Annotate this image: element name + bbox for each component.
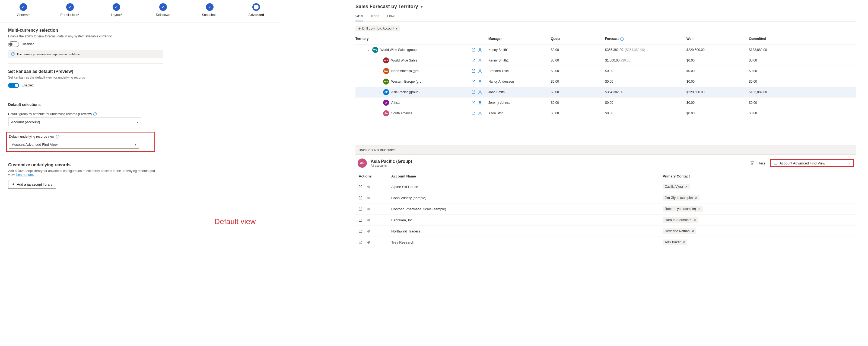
info-icon[interactable]: i <box>56 135 59 138</box>
popout-icon[interactable] <box>472 80 475 83</box>
view-select[interactable]: Account Advanced Find View ▾ <box>770 159 854 167</box>
contact-chip[interactable]: Heriberto Nathan✕ <box>662 229 696 234</box>
step-general[interactable]: ✓ General* <box>0 3 47 17</box>
grid-row[interactable]: WSWorld Wide SalesKenny Smith1$0.00$1,00… <box>355 55 856 66</box>
territory-name: South America <box>391 111 412 115</box>
popout-icon[interactable] <box>359 196 362 200</box>
col-contact[interactable]: Primary Contact <box>662 174 771 178</box>
info-icon[interactable]: i <box>620 37 624 41</box>
territory-name: World Wide Sales <box>391 59 417 62</box>
popout-icon[interactable] <box>472 59 475 62</box>
ur-row[interactable]: ⊕Fabrikam, Inc.Haroun Stormonth✕ <box>355 215 856 226</box>
col-committed[interactable]: Committed <box>749 37 789 41</box>
ur-row[interactable]: ⊕Trey ResearchAlex Baker✕ <box>355 237 856 248</box>
account-name: Contoso Pharmaceuticals (sample) <box>391 207 662 211</box>
user-icon[interactable] <box>478 69 482 73</box>
user-icon[interactable] <box>478 80 482 83</box>
contact-chip[interactable]: Jim Glynn (sample)✕ <box>662 195 700 201</box>
default-view-select[interactable]: Account Advanced Find View ▾ <box>9 140 139 149</box>
contact-chip[interactable]: Haroun Stormonth✕ <box>662 217 698 223</box>
contact-chip[interactable]: Cacilia Viera✕ <box>662 184 690 189</box>
close-icon[interactable]: ✕ <box>693 218 696 222</box>
close-icon[interactable]: ✕ <box>698 207 701 211</box>
popout-icon[interactable] <box>472 90 475 94</box>
page-title[interactable]: Sales Forecast by Territory ▾ <box>355 0 856 12</box>
add-icon[interactable]: ⊕ <box>367 196 370 200</box>
tab-flow[interactable]: Flow <box>387 14 394 22</box>
grid-row[interactable]: SASouth AmericaAlton Stott$0.00$0.00$0.0… <box>355 108 856 118</box>
grid-row[interactable]: ›APAsia Pacific (group)John Smith$0.00$3… <box>355 87 856 97</box>
col-quota[interactable]: Quota <box>551 37 605 41</box>
info-icon: i <box>11 52 15 56</box>
user-icon[interactable] <box>478 111 482 115</box>
stepper: ✓ General* ✓ Permissions* ✓ Layout* ✓ Dr… <box>0 0 279 23</box>
add-icon[interactable]: ⊕ <box>367 218 370 222</box>
col-manager[interactable]: Manager <box>488 37 551 41</box>
contact-chip[interactable]: Robert Lyon (sample)✕ <box>662 206 703 212</box>
step-snapshots[interactable]: ✓ Snapshots <box>186 3 233 17</box>
popout-icon[interactable] <box>472 111 475 115</box>
col-account[interactable]: Account Name ↑ <box>391 174 662 178</box>
user-icon[interactable] <box>478 48 482 52</box>
close-icon[interactable]: ✕ <box>695 196 697 200</box>
grid-row[interactable]: ›NANorth America (grouBrenden Thiel$0.00… <box>355 66 856 76</box>
kanban-toggle[interactable] <box>8 83 19 88</box>
drill-down-pill[interactable]: ◈ Drill down by: Account ▾ <box>355 26 400 31</box>
tab-grid[interactable]: Grid <box>355 14 363 22</box>
contact-name: Jim Glynn (sample) <box>665 196 693 200</box>
quota-cell: $0.00 <box>551 101 605 105</box>
ur-row[interactable]: ⊕Northwind TradersHeriberto Nathan✕ <box>355 226 856 237</box>
view-select-label: Account Advanced Find View <box>779 161 825 165</box>
user-icon[interactable] <box>478 101 482 105</box>
ur-row[interactable]: ⊕Contoso Pharmaceuticals (sample)Robert … <box>355 204 856 215</box>
grid-row[interactable]: AAfricaJeremy Johnson$0.00$0.00$0.00$0.0… <box>355 97 856 108</box>
ur-row[interactable]: ⊕Coho Winery (sample)Jim Glynn (sample)✕ <box>355 193 856 204</box>
step-advanced[interactable]: Advanced <box>233 3 279 17</box>
chevron-right-icon[interactable]: › <box>377 69 381 73</box>
chevron-down-icon[interactable]: ⌄ <box>366 48 370 52</box>
add-icon[interactable]: ⊕ <box>367 207 370 211</box>
col-actions[interactable]: Actions <box>359 174 391 178</box>
grid-row[interactable]: ›WEWestern Europe (groNancy Andersson$0.… <box>355 76 856 87</box>
group-by-select[interactable]: Account (Account) ▾ <box>8 117 141 126</box>
user-icon[interactable] <box>478 59 482 62</box>
territory-name: Asia Pacific (group) <box>391 90 420 94</box>
popout-icon[interactable] <box>472 48 475 52</box>
popout-icon[interactable] <box>359 241 362 244</box>
forecast-cell: $0.00 <box>605 80 686 83</box>
user-icon[interactable] <box>478 90 482 94</box>
step-permissions[interactable]: ✓ Permissions* <box>47 3 93 17</box>
contact-chip[interactable]: Alex Baker✕ <box>662 240 687 245</box>
add-js-library-button[interactable]: ＋ Add a javascript library <box>8 180 56 188</box>
popout-icon[interactable] <box>359 185 362 188</box>
popout-icon[interactable] <box>472 69 475 73</box>
step-layout[interactable]: ✓ Layout* <box>93 3 140 17</box>
popout-icon[interactable] <box>359 218 362 222</box>
add-icon[interactable]: ⊕ <box>367 185 370 188</box>
add-icon[interactable]: ⊕ <box>367 230 370 233</box>
info-icon[interactable]: i <box>93 112 97 116</box>
col-forecast[interactable]: Forecast i <box>605 37 686 41</box>
filters-button[interactable]: Filters <box>750 161 765 165</box>
territory-avatar: A <box>383 100 389 106</box>
svg-point-4 <box>479 91 480 92</box>
col-territory[interactable]: Territory <box>355 37 488 41</box>
popout-icon[interactable] <box>359 207 362 211</box>
tab-trend[interactable]: Trend <box>370 14 379 22</box>
quota-cell: $0.00 <box>551 69 605 73</box>
grid-row[interactable]: ⌄WSWorld Wide Sales (groupKenny Smith1$0… <box>355 44 856 55</box>
chevron-right-icon[interactable]: › <box>377 80 381 83</box>
chevron-right-icon[interactable]: › <box>377 91 381 94</box>
step-drilldown[interactable]: ✓ Drill down <box>140 3 186 17</box>
add-icon[interactable]: ⊕ <box>367 241 370 244</box>
section-title: Multi-currency selection <box>8 28 163 33</box>
learn-more-link[interactable]: Learn more. <box>16 173 34 177</box>
multi-currency-toggle[interactable] <box>8 41 19 47</box>
close-icon[interactable]: ✕ <box>685 185 688 188</box>
close-icon[interactable]: ✕ <box>692 230 694 233</box>
col-won[interactable]: Won <box>686 37 749 41</box>
close-icon[interactable]: ✕ <box>683 241 685 244</box>
popout-icon[interactable] <box>472 101 475 105</box>
popout-icon[interactable] <box>359 230 362 233</box>
ur-row[interactable]: ⊕Alpine Ski HouseCacilia Viera✕ <box>355 181 856 193</box>
